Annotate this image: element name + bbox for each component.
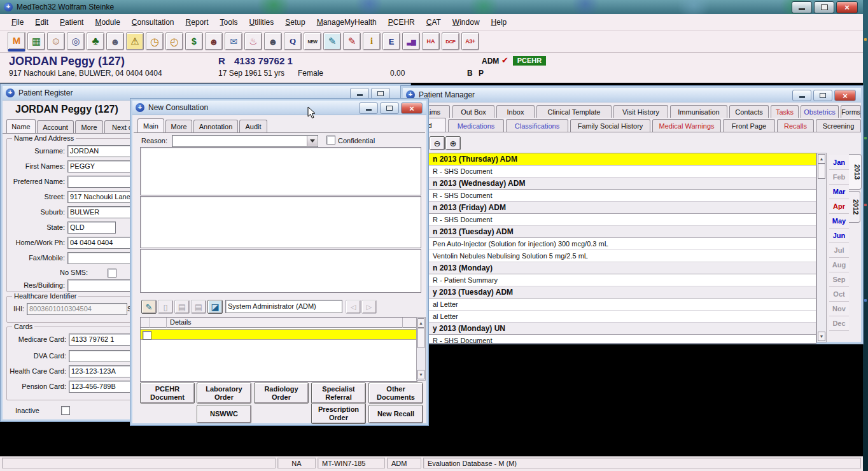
minimize-button[interactable] (350, 88, 369, 99)
menu-tools[interactable]: Tools (215, 17, 243, 28)
timeline-item-row[interactable]: R - SHS Document (406, 335, 816, 344)
query-document-icon[interactable]: Q (284, 32, 302, 50)
consultation-notes-area-1[interactable] (140, 147, 421, 195)
laboratory-order-button[interactable]: Laboratory Order (197, 383, 251, 404)
sign-consultation-icon[interactable]: ✎ (141, 300, 157, 314)
close-button[interactable] (401, 102, 423, 114)
menu-edit[interactable]: Edit (30, 17, 53, 28)
timeline-item-row[interactable]: R - SHS Document (406, 214, 816, 226)
nswwc-button[interactable]: NSWWC (197, 405, 251, 423)
tab-classifications[interactable]: Classifications (506, 119, 568, 132)
tab-screening[interactable]: Screening (816, 119, 861, 132)
confidential-checkbox[interactable] (326, 136, 335, 144)
scroll-up-icon[interactable] (417, 318, 424, 328)
tab-account[interactable]: Account (37, 120, 74, 133)
menu-cat[interactable]: CAT (421, 17, 446, 28)
fax-mobile-field[interactable] (67, 252, 135, 264)
contacts-icon[interactable]: ☻ (264, 32, 282, 50)
timeline-date-row[interactable]: y 2013 (Monday) UN (406, 323, 816, 335)
menu-file[interactable]: File (6, 17, 29, 28)
medicare-card-field[interactable]: 4133 79762 1 (69, 334, 132, 346)
tab-visit-history[interactable]: Visit History (613, 105, 668, 118)
month-feb[interactable]: Feb (829, 170, 849, 185)
maximize-button[interactable] (371, 88, 390, 99)
year-tab-2012[interactable]: 2012 (849, 191, 860, 223)
tab-more[interactable]: More (75, 120, 103, 133)
tab-out-box[interactable]: Out Box (452, 105, 494, 118)
new-consultation-titlebar[interactable]: New Consultation (132, 101, 426, 115)
pcehr-document-button[interactable]: PCEHR Document (140, 383, 195, 404)
specialist-referral-button[interactable]: Specialist Referral (311, 383, 366, 404)
tab-annotation[interactable]: Annotation (193, 120, 238, 132)
letter-writer-icon[interactable]: E (382, 32, 400, 50)
month-jun[interactable]: Jun (829, 228, 849, 243)
scroll-down-icon[interactable] (818, 332, 825, 341)
timeline-date-row[interactable]: n 2013 (Friday) ADM (406, 202, 816, 214)
mail-outbox-icon[interactable]: ✉ (225, 32, 242, 50)
timeline-item-row[interactable]: R - Patient Summary (406, 274, 816, 286)
tab-audit[interactable]: Audit (239, 120, 267, 132)
waiting-room-clock-icon[interactable]: ◴ (165, 32, 183, 50)
patient-register-icon[interactable]: ☻ (106, 32, 124, 50)
invoice-icon[interactable]: $ (185, 32, 203, 50)
consultation-write-icon[interactable]: ✎ (323, 32, 341, 50)
tab-front-page[interactable]: Front Page (723, 119, 775, 132)
scrollbar-thumb[interactable] (818, 164, 825, 179)
month-jan[interactable]: Jan (829, 155, 849, 170)
timeline-item-row[interactable]: al Letter (406, 299, 816, 311)
timeline-item-row[interactable]: Ventolin Nebules Nebulising Solution 5 m… (406, 250, 816, 262)
timeline-item-row[interactable]: R - SHS Document (406, 165, 816, 178)
month-dec[interactable]: Dec (829, 316, 849, 331)
close-button[interactable] (836, 1, 858, 13)
row-checkbox[interactable] (143, 331, 151, 340)
new-recall-button[interactable]: New Recall (368, 405, 423, 423)
close-button[interactable] (834, 90, 856, 101)
month-may[interactable]: May (829, 214, 849, 228)
month-sep[interactable]: Sep (829, 272, 849, 287)
account-holder-icon[interactable]: ☻ (205, 32, 223, 50)
details-scrollbar[interactable] (416, 317, 426, 381)
other-documents-button[interactable]: Other Documents (368, 383, 423, 404)
tab-immunisation[interactable]: Immunisation (670, 105, 727, 118)
dva-card-field[interactable] (69, 350, 132, 362)
tab-recalls[interactable]: Recalls (777, 119, 814, 132)
tab-name[interactable]: Name (6, 119, 36, 133)
home-work-ph-field[interactable]: 04 0404 0404 (67, 237, 135, 249)
appointment-book-icon[interactable]: ▦ (27, 32, 45, 50)
menu-utilities[interactable]: Utilities (244, 17, 279, 28)
month-nov[interactable]: Nov (829, 302, 849, 316)
month-jul[interactable]: Jul (829, 243, 849, 258)
scrollbar-thumb[interactable] (417, 328, 424, 348)
menu-report[interactable]: Report (181, 17, 214, 28)
scroll-down-icon[interactable] (417, 370, 424, 379)
zoom-in-icon[interactable]: ⊕ (445, 136, 461, 150)
appointments-clock-icon[interactable]: ◷ (146, 32, 164, 50)
timeline-item-row[interactable]: al Letter (406, 311, 816, 323)
scroll-up-icon[interactable] (818, 154, 825, 164)
timeline-scrollbar[interactable] (816, 153, 827, 342)
note-icon[interactable]: ◪ (207, 300, 223, 314)
menu-help[interactable]: Help (486, 17, 512, 28)
a3-plus-document-icon[interactable]: A3+ (461, 32, 479, 50)
menu-pcehr[interactable]: PCEHR (383, 17, 420, 28)
menu-window[interactable]: Window (447, 17, 485, 28)
restore-button[interactable] (813, 90, 832, 101)
minimize-button[interactable] (792, 90, 811, 101)
tab-main[interactable]: Main (137, 118, 164, 132)
tab-contacts[interactable]: Contacts (729, 105, 769, 118)
month-mar[interactable]: Mar (829, 185, 849, 199)
year-tab-2013[interactable]: 2013 (849, 154, 862, 190)
patient-search-icon[interactable]: ◎ (67, 32, 85, 50)
maximize-button[interactable] (380, 102, 399, 114)
patient-manager-titlebar[interactable]: Patient Manager (403, 88, 861, 102)
patient-info-icon[interactable]: i (363, 32, 381, 50)
timeline-date-row[interactable]: y 2013 (Tuesday) ADM (406, 286, 816, 299)
selected-details-row[interactable] (141, 329, 417, 340)
consultation-notes-area-2[interactable] (140, 196, 421, 248)
zoom-out-icon[interactable]: ⊖ (430, 136, 445, 150)
prescription-order-button[interactable]: Prescription Order (311, 403, 366, 424)
tab-obstetrics[interactable]: Obstetrics (801, 105, 839, 118)
tab-medications[interactable]: Medications (448, 119, 504, 132)
minimize-button[interactable] (359, 102, 378, 114)
pcehr-badge[interactable]: PCEHR (513, 56, 546, 66)
